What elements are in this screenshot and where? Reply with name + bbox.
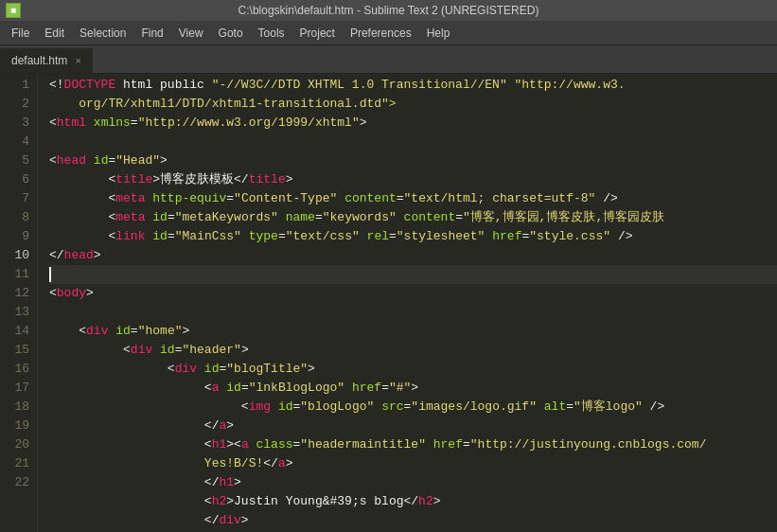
line-num-18: 18	[8, 398, 29, 417]
code-line-16: <a id="lnkBlogLogo" href="#">	[49, 379, 777, 398]
line-numbers: 1 2 3 4 5 6 7 8 9 10 11 12 13 14 15 16 1…	[0, 74, 38, 532]
menu-tools[interactable]: Tools	[251, 23, 292, 44]
menu-bar: File Edit Selection Find View Goto Tools…	[0, 21, 777, 45]
line-num-17: 17	[8, 379, 29, 398]
tab-bar: default.htm ×	[0, 45, 777, 74]
line-num-1: 1	[8, 76, 29, 95]
line-num-11: 11	[8, 265, 29, 284]
menu-edit[interactable]: Edit	[37, 23, 72, 44]
title-text: C:\blogskin\default.htm - Sublime Text 2…	[238, 4, 539, 17]
line-num-6: 6	[8, 170, 29, 189]
code-line-20: </h1>	[49, 473, 777, 492]
file-tab[interactable]: default.htm ×	[0, 48, 94, 73]
text-cursor	[49, 267, 51, 282]
code-line-17: <img id="blogLogo" src="images/logo.gif"…	[49, 398, 777, 417]
code-line-19b: Yes!B/S!</a>	[49, 454, 777, 473]
code-line-19: <h1><a class="headermaintitle" href="htt…	[49, 435, 777, 454]
menu-find[interactable]: Find	[133, 23, 170, 44]
code-line-11: <body>	[49, 284, 777, 303]
code-line-1: <!DOCTYPE html public "-//W3C//DTD XHTML…	[49, 76, 777, 95]
line-num-12: 12	[8, 284, 29, 303]
menu-preferences[interactable]: Preferences	[343, 23, 419, 44]
line-num-21: 21	[8, 454, 29, 473]
code-line-7: <meta id="metaKeywords" name="keywords" …	[49, 208, 777, 227]
code-line-4: <head id="Head">	[49, 151, 777, 170]
menu-help[interactable]: Help	[419, 23, 458, 44]
line-num-22: 22	[8, 473, 29, 492]
code-line-8: <link id="MainCss" type="text/css" rel="…	[49, 227, 777, 246]
editor: 1 2 3 4 5 6 7 8 9 10 11 12 13 14 15 16 1…	[0, 74, 777, 532]
line-num-13: 13	[8, 303, 29, 322]
line-num-20: 20	[8, 435, 29, 454]
code-line-9: </head>	[49, 246, 777, 265]
menu-view[interactable]: View	[171, 23, 211, 44]
line-num-9: 9	[8, 227, 29, 246]
line-num-10: 10	[8, 246, 29, 265]
line-num-7: 7	[8, 189, 29, 208]
tab-filename: default.htm	[11, 54, 67, 67]
code-line-1b: org/TR/xhtml1/DTD/xhtml1-transitional.dt…	[49, 95, 777, 114]
menu-project[interactable]: Project	[292, 23, 343, 44]
line-num-3: 3	[8, 114, 29, 133]
line-num-15: 15	[8, 341, 29, 360]
code-line-14: <div id="header">	[49, 341, 777, 360]
app-icon: ■	[6, 3, 21, 18]
line-num-2: 2	[8, 95, 29, 114]
menu-goto[interactable]: Goto	[211, 23, 251, 44]
menu-file[interactable]: File	[4, 23, 37, 44]
code-line-21: <h2>Justin Young&#39;s blog</h2>	[49, 492, 777, 511]
code-line-15: <div id="blogTitle">	[49, 360, 777, 379]
menu-selection[interactable]: Selection	[72, 23, 133, 44]
code-line-2: <html xmlns="http://www.w3.org/1999/xhtm…	[49, 114, 777, 133]
code-line-12	[49, 303, 777, 322]
code-line-10	[49, 265, 777, 284]
code-line-6: <meta http-equiv="Content-Type" content=…	[49, 189, 777, 208]
code-area[interactable]: <!DOCTYPE html public "-//W3C//DTD XHTML…	[38, 74, 777, 532]
code-line-5: <title>博客皮肤模板</title>	[49, 170, 777, 189]
tab-close-button[interactable]: ×	[75, 55, 80, 66]
code-line-18: </a>	[49, 417, 777, 435]
line-num-8: 8	[8, 208, 29, 227]
line-num-16: 16	[8, 360, 29, 379]
title-bar: ■ C:\blogskin\default.htm - Sublime Text…	[0, 0, 777, 21]
code-line-22: </div>	[49, 511, 777, 530]
line-num-19: 19	[8, 417, 29, 435]
line-num-5: 5	[8, 151, 29, 170]
line-num-4: 4	[8, 133, 29, 151]
code-line-3	[49, 133, 777, 151]
line-num-14: 14	[8, 322, 29, 341]
code-line-13: <div id="home">	[49, 322, 777, 341]
